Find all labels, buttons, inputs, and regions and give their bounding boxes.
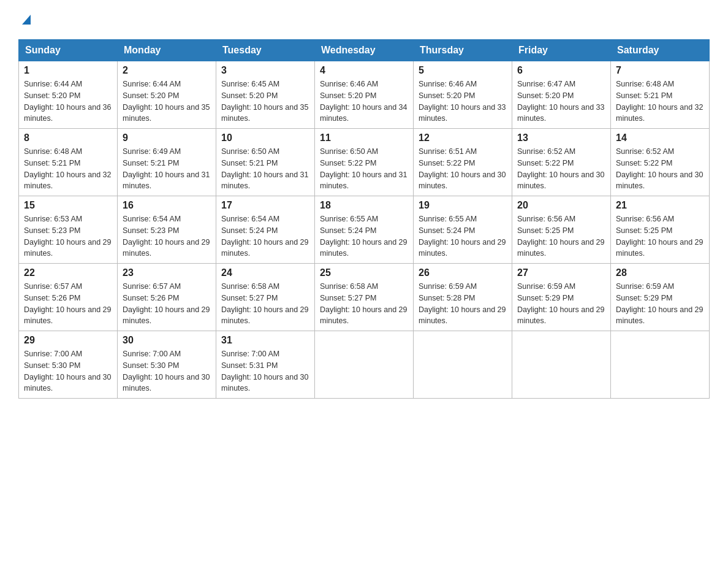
calendar-cell: 1 Sunrise: 6:44 AMSunset: 5:20 PMDayligh… bbox=[19, 61, 118, 129]
col-thursday: Thursday bbox=[414, 40, 512, 61]
col-sunday: Sunday bbox=[19, 40, 118, 61]
calendar-cell: 23 Sunrise: 6:57 AMSunset: 5:26 PMDaylig… bbox=[118, 264, 216, 331]
day-info: Sunrise: 6:57 AMSunset: 5:26 PMDaylight:… bbox=[123, 281, 211, 327]
calendar-cell: 13 Sunrise: 6:52 AMSunset: 5:22 PMDaylig… bbox=[512, 129, 611, 196]
calendar-cell: 28 Sunrise: 6:59 AMSunset: 5:29 PMDaylig… bbox=[611, 264, 710, 331]
calendar-cell: 24 Sunrise: 6:58 AMSunset: 5:27 PMDaylig… bbox=[216, 264, 315, 331]
day-number: 21 bbox=[616, 200, 704, 211]
calendar-cell: 27 Sunrise: 6:59 AMSunset: 5:29 PMDaylig… bbox=[512, 264, 611, 331]
day-number: 9 bbox=[123, 132, 211, 144]
calendar-cell: 20 Sunrise: 6:56 AMSunset: 5:25 PMDaylig… bbox=[512, 196, 611, 264]
week-row-1: 1 Sunrise: 6:44 AMSunset: 5:20 PMDayligh… bbox=[19, 61, 710, 129]
day-number: 24 bbox=[221, 267, 309, 278]
day-info: Sunrise: 6:46 AMSunset: 5:20 PMDaylight:… bbox=[419, 79, 507, 124]
calendar-cell bbox=[315, 331, 414, 399]
day-info: Sunrise: 6:48 AMSunset: 5:21 PMDaylight:… bbox=[616, 79, 704, 124]
day-info: Sunrise: 6:59 AMSunset: 5:28 PMDaylight:… bbox=[419, 281, 507, 327]
calendar-cell: 10 Sunrise: 6:50 AMSunset: 5:21 PMDaylig… bbox=[216, 129, 315, 196]
day-number: 27 bbox=[517, 267, 605, 278]
calendar-cell: 26 Sunrise: 6:59 AMSunset: 5:28 PMDaylig… bbox=[414, 264, 512, 331]
logo bbox=[18, 12, 33, 28]
calendar-cell: 30 Sunrise: 7:00 AMSunset: 5:30 PMDaylig… bbox=[118, 331, 216, 399]
day-number: 5 bbox=[419, 65, 507, 76]
day-number: 6 bbox=[517, 65, 605, 76]
day-info: Sunrise: 6:55 AMSunset: 5:24 PMDaylight:… bbox=[419, 213, 507, 259]
calendar-cell: 19 Sunrise: 6:55 AMSunset: 5:24 PMDaylig… bbox=[414, 196, 512, 264]
col-wednesday: Wednesday bbox=[315, 40, 414, 61]
day-info: Sunrise: 6:46 AMSunset: 5:20 PMDaylight:… bbox=[320, 79, 408, 124]
calendar-cell: 17 Sunrise: 6:54 AMSunset: 5:24 PMDaylig… bbox=[216, 196, 315, 264]
day-number: 2 bbox=[123, 65, 211, 76]
col-saturday: Saturday bbox=[611, 40, 710, 61]
day-info: Sunrise: 7:00 AMSunset: 5:31 PMDaylight:… bbox=[221, 348, 309, 394]
day-number: 13 bbox=[517, 132, 605, 144]
day-info: Sunrise: 6:51 AMSunset: 5:22 PMDaylight:… bbox=[419, 146, 507, 192]
calendar-cell: 7 Sunrise: 6:48 AMSunset: 5:21 PMDayligh… bbox=[611, 61, 710, 129]
day-number: 30 bbox=[123, 335, 211, 346]
calendar-cell: 6 Sunrise: 6:47 AMSunset: 5:20 PMDayligh… bbox=[512, 61, 611, 129]
day-info: Sunrise: 6:55 AMSunset: 5:24 PMDaylight:… bbox=[320, 213, 408, 259]
day-number: 12 bbox=[419, 132, 507, 144]
calendar-cell bbox=[512, 331, 611, 399]
day-info: Sunrise: 6:50 AMSunset: 5:22 PMDaylight:… bbox=[320, 146, 408, 192]
day-number: 8 bbox=[24, 132, 112, 144]
calendar-cell: 11 Sunrise: 6:50 AMSunset: 5:22 PMDaylig… bbox=[315, 129, 414, 196]
calendar-cell: 9 Sunrise: 6:49 AMSunset: 5:21 PMDayligh… bbox=[118, 129, 216, 196]
day-number: 19 bbox=[419, 200, 507, 211]
calendar-cell: 4 Sunrise: 6:46 AMSunset: 5:20 PMDayligh… bbox=[315, 61, 414, 129]
day-number: 4 bbox=[320, 65, 408, 76]
day-number: 28 bbox=[616, 267, 704, 278]
col-monday: Monday bbox=[118, 40, 216, 61]
day-info: Sunrise: 6:59 AMSunset: 5:29 PMDaylight:… bbox=[517, 281, 605, 327]
day-number: 23 bbox=[123, 267, 211, 278]
day-info: Sunrise: 7:00 AMSunset: 5:30 PMDaylight:… bbox=[24, 348, 112, 394]
day-info: Sunrise: 6:45 AMSunset: 5:20 PMDaylight:… bbox=[221, 79, 309, 124]
day-number: 1 bbox=[24, 65, 112, 76]
day-info: Sunrise: 6:44 AMSunset: 5:20 PMDaylight:… bbox=[123, 79, 211, 124]
week-row-2: 8 Sunrise: 6:48 AMSunset: 5:21 PMDayligh… bbox=[19, 129, 710, 196]
day-number: 17 bbox=[221, 200, 309, 211]
day-info: Sunrise: 6:52 AMSunset: 5:22 PMDaylight:… bbox=[616, 146, 704, 192]
day-number: 10 bbox=[221, 132, 309, 144]
calendar-cell bbox=[414, 331, 512, 399]
day-number: 25 bbox=[320, 267, 408, 278]
day-info: Sunrise: 6:50 AMSunset: 5:21 PMDaylight:… bbox=[221, 146, 309, 192]
day-number: 7 bbox=[616, 65, 704, 76]
calendar-cell: 8 Sunrise: 6:48 AMSunset: 5:21 PMDayligh… bbox=[19, 129, 118, 196]
day-number: 29 bbox=[24, 335, 112, 346]
calendar-cell: 5 Sunrise: 6:46 AMSunset: 5:20 PMDayligh… bbox=[414, 61, 512, 129]
calendar-cell: 31 Sunrise: 7:00 AMSunset: 5:31 PMDaylig… bbox=[216, 331, 315, 399]
day-number: 15 bbox=[24, 200, 112, 211]
calendar-cell: 12 Sunrise: 6:51 AMSunset: 5:22 PMDaylig… bbox=[414, 129, 512, 196]
day-info: Sunrise: 6:54 AMSunset: 5:24 PMDaylight:… bbox=[221, 213, 309, 259]
calendar-cell: 21 Sunrise: 6:56 AMSunset: 5:25 PMDaylig… bbox=[611, 196, 710, 264]
week-row-4: 22 Sunrise: 6:57 AMSunset: 5:26 PMDaylig… bbox=[19, 264, 710, 331]
calendar-cell: 16 Sunrise: 6:54 AMSunset: 5:23 PMDaylig… bbox=[118, 196, 216, 264]
day-number: 11 bbox=[320, 132, 408, 144]
day-number: 16 bbox=[123, 200, 211, 211]
day-number: 18 bbox=[320, 200, 408, 211]
day-info: Sunrise: 6:52 AMSunset: 5:22 PMDaylight:… bbox=[517, 146, 605, 192]
calendar-table: Sunday Monday Tuesday Wednesday Thursday… bbox=[18, 39, 710, 399]
day-info: Sunrise: 6:47 AMSunset: 5:20 PMDaylight:… bbox=[517, 79, 605, 124]
calendar-cell: 14 Sunrise: 6:52 AMSunset: 5:22 PMDaylig… bbox=[611, 129, 710, 196]
week-row-3: 15 Sunrise: 6:53 AMSunset: 5:23 PMDaylig… bbox=[19, 196, 710, 264]
calendar-cell: 2 Sunrise: 6:44 AMSunset: 5:20 PMDayligh… bbox=[118, 61, 216, 129]
day-info: Sunrise: 6:58 AMSunset: 5:27 PMDaylight:… bbox=[320, 281, 408, 327]
calendar-cell: 25 Sunrise: 6:58 AMSunset: 5:27 PMDaylig… bbox=[315, 264, 414, 331]
calendar-cell: 29 Sunrise: 7:00 AMSunset: 5:30 PMDaylig… bbox=[19, 331, 118, 399]
day-info: Sunrise: 6:56 AMSunset: 5:25 PMDaylight:… bbox=[517, 213, 605, 259]
calendar-cell bbox=[611, 331, 710, 399]
calendar-cell: 18 Sunrise: 6:55 AMSunset: 5:24 PMDaylig… bbox=[315, 196, 414, 264]
day-info: Sunrise: 6:56 AMSunset: 5:25 PMDaylight:… bbox=[616, 213, 704, 259]
day-info: Sunrise: 6:57 AMSunset: 5:26 PMDaylight:… bbox=[24, 281, 112, 327]
day-number: 20 bbox=[517, 200, 605, 211]
day-info: Sunrise: 7:00 AMSunset: 5:30 PMDaylight:… bbox=[123, 348, 211, 394]
calendar-header-row: Sunday Monday Tuesday Wednesday Thursday… bbox=[19, 40, 710, 61]
day-number: 26 bbox=[419, 267, 507, 278]
day-number: 22 bbox=[24, 267, 112, 278]
svg-marker-0 bbox=[22, 15, 31, 25]
col-friday: Friday bbox=[512, 40, 611, 61]
day-number: 3 bbox=[221, 65, 309, 76]
calendar-cell: 22 Sunrise: 6:57 AMSunset: 5:26 PMDaylig… bbox=[19, 264, 118, 331]
